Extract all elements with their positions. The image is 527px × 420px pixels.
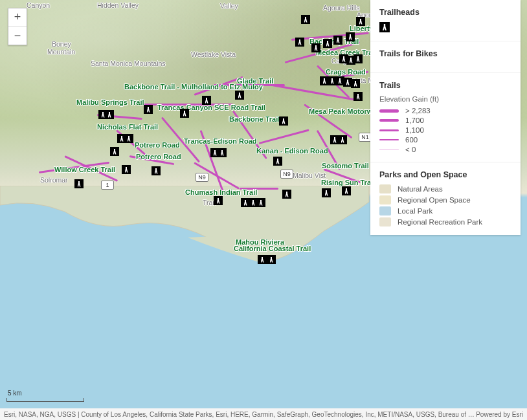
legend-bikes: Trails for Bikes [370, 41, 521, 73]
legend-trail-label: 600 [405, 136, 418, 144]
legend-park-label: Natural Areas [398, 185, 443, 193]
trailhead-icon[interactable] [256, 198, 265, 207]
trailhead-icon[interactable] [267, 255, 276, 264]
zoom-in-button[interactable]: + [8, 8, 27, 27]
trailhead-icon[interactable] [124, 134, 133, 143]
trailhead-icon[interactable] [235, 91, 244, 100]
scale-line [6, 398, 84, 402]
legend-trail-label: 1,700 [405, 116, 424, 124]
trailhead-icon[interactable] [202, 96, 211, 105]
legend-trailheads: Trailheads [370, 0, 521, 41]
legend-trail-row: 1,700 [379, 116, 511, 124]
powered-by[interactable]: Powered by Esri [476, 411, 523, 418]
trailhead-icon[interactable] [353, 92, 363, 101]
legend-park-label: Regional Open Space [398, 196, 471, 204]
legend-trail-row: 600 [379, 136, 511, 144]
trailhead-icon[interactable] [273, 157, 282, 166]
legend-trails-title: Trails [379, 81, 511, 90]
road-shield: 1 [101, 181, 114, 190]
park-swatch [379, 184, 391, 193]
trailhead-icon[interactable] [144, 105, 153, 114]
trailhead-icon[interactable] [258, 255, 267, 264]
trailhead-icon[interactable] [342, 186, 351, 195]
legend-park-label: Regional Recreation Park [398, 218, 482, 226]
legend-trail-label: > 2,283 [405, 107, 431, 115]
legend-park-row: Regional Open Space [379, 195, 511, 204]
legend-trail-label: 1,100 [405, 126, 424, 134]
trail-line[interactable] [240, 188, 278, 190]
trailhead-icon[interactable] [301, 15, 310, 24]
legend-park-label: Local Park [398, 207, 432, 215]
trailhead-icon[interactable] [353, 54, 363, 63]
trailhead-icon[interactable] [180, 109, 189, 118]
trailhead-icon[interactable] [333, 36, 342, 45]
legend-park-row: Natural Areas [379, 184, 511, 193]
zoom-out-button[interactable]: − [8, 27, 27, 45]
trailhead-icon[interactable] [151, 166, 161, 175]
trailhead-icon[interactable] [295, 38, 304, 47]
trailhead-icon[interactable] [338, 135, 347, 144]
line-swatch [379, 149, 399, 150]
legend-trailheads-title: Trailheads [379, 8, 511, 17]
legend-trailheads-row [379, 22, 511, 32]
trailhead-icon[interactable] [279, 116, 288, 126]
hiker-icon [379, 22, 390, 32]
line-swatch [379, 109, 399, 113]
trailhead-icon[interactable] [311, 43, 320, 52]
trail-line[interactable] [142, 104, 233, 105]
line-swatch [379, 119, 399, 122]
legend-park-row: Local Park [379, 206, 511, 216]
trailhead-icon[interactable] [282, 190, 291, 199]
trailhead-icon[interactable] [351, 79, 360, 88]
park-swatch [379, 195, 391, 204]
legend-bikes-title: Trails for Bikes [379, 49, 511, 58]
park-swatch [379, 217, 391, 227]
road-shield: N9 [196, 173, 208, 182]
trailhead-icon[interactable] [74, 179, 84, 188]
trailhead-icon[interactable] [122, 165, 131, 174]
trailhead-icon[interactable] [105, 110, 114, 119]
legend-trail-row: > 2,283 [379, 107, 511, 115]
road-shield: N1 [359, 133, 372, 142]
attribution-bar: Esri, NASA, NGA, USGS | County of Los An… [0, 408, 527, 420]
legend-trail-label: < 0 [405, 146, 416, 153]
zoom-control: + − [8, 8, 27, 45]
legend-panel: Trailheads Trails for Bikes Trails Eleva… [370, 0, 521, 235]
line-swatch [379, 139, 399, 141]
trailhead-icon[interactable] [110, 147, 119, 156]
line-swatch [379, 129, 399, 131]
park-swatch [379, 206, 391, 216]
scale-label: 5 km [6, 390, 84, 397]
legend-parks-title: Parks and Open Space [379, 170, 511, 179]
legend-trails-sub: Elevation Gain (ft) [379, 95, 511, 103]
scale-bar: 5 km [6, 390, 84, 402]
legend-trail-row: < 0 [379, 146, 511, 153]
legend-trail-row: 1,100 [379, 126, 511, 134]
legend-parks: Parks and Open Space Natural AreasRegion… [370, 162, 521, 235]
trailhead-icon[interactable] [218, 148, 227, 157]
trailhead-icon[interactable] [356, 17, 365, 26]
trailhead-icon[interactable] [323, 39, 332, 48]
trailhead-icon[interactable] [322, 188, 331, 197]
legend-park-row: Regional Recreation Park [379, 217, 511, 227]
legend-trails: Trails Elevation Gain (ft) > 2,2831,7001… [370, 73, 521, 162]
attribution-text: Esri, NASA, NGA, USGS | County of Los An… [4, 411, 476, 418]
road-shield: N9 [280, 170, 293, 179]
trailhead-icon[interactable] [214, 196, 223, 205]
trailhead-icon[interactable] [346, 32, 355, 41]
